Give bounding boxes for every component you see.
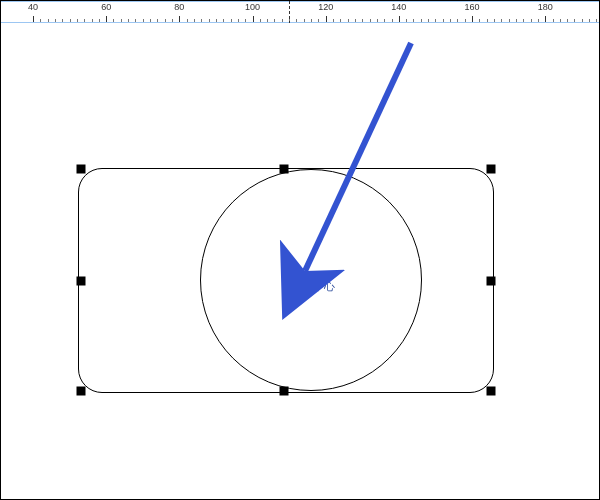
selection-handle[interactable] (77, 165, 86, 174)
center-origin-marker[interactable]: ✥ (296, 279, 306, 293)
ruler-label: 160 (465, 2, 480, 12)
selection-handle[interactable] (77, 387, 86, 396)
selection-handle[interactable] (487, 165, 496, 174)
selection-handle[interactable] (487, 387, 496, 396)
ruler-label: 100 (245, 2, 260, 12)
ruler-label: 80 (174, 2, 184, 12)
ruler-label: 140 (391, 2, 406, 12)
horizontal-ruler[interactable]: 406080100120140160180 (1, 1, 599, 23)
selection-handle[interactable] (487, 277, 496, 286)
selection-handle[interactable] (280, 165, 289, 174)
ruler-label: 40 (28, 2, 38, 12)
center-label: 中心 (313, 279, 335, 294)
selection-handle[interactable] (77, 277, 86, 286)
ruler-label: 180 (538, 2, 553, 12)
ruler-label: 60 (101, 2, 111, 12)
ruler-label: 120 (318, 2, 333, 12)
selection-handle[interactable] (280, 387, 289, 396)
circle-shape[interactable] (200, 169, 422, 391)
drawing-canvas[interactable]: ✥ 中心 (1, 23, 599, 499)
